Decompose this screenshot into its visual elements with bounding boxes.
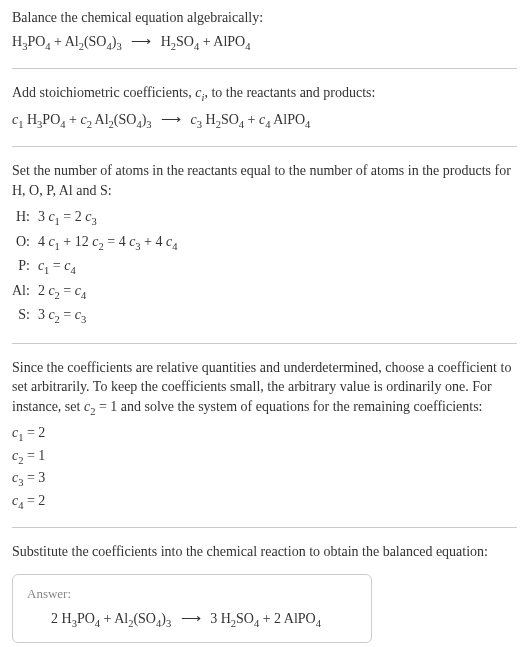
answer-box: Answer: 2 H3PO4 + Al2(SO4)3 ⟶ 3 H2SO4 + … [12, 574, 372, 643]
table-row: Al: 2 c2 = c4 [12, 280, 183, 304]
formula-part: PO [42, 112, 60, 127]
plus: + [199, 34, 213, 49]
formula-part: H [62, 611, 72, 626]
choose-section: Since the coefficients are relative quan… [12, 358, 517, 514]
formula-part: H [23, 112, 37, 127]
formula-part: (SO [133, 611, 156, 626]
subst-text: Substitute the coefficients into the che… [12, 542, 517, 562]
equation-cell: 3 c2 = c3 [38, 304, 184, 328]
num: 3 [210, 611, 221, 626]
plus: + [51, 34, 65, 49]
equation-cell: 4 c1 + 12 c2 = 4 c3 + 4 c4 [38, 231, 184, 255]
divider [12, 527, 517, 528]
text-part: Add stoichiometric coefficients, [12, 85, 195, 100]
formula-part: PO [27, 34, 45, 49]
plus: + [66, 112, 81, 127]
divider [12, 146, 517, 147]
coeff-line: c4 = 2 [12, 491, 517, 513]
formula-sub: 4 [316, 618, 321, 629]
num: 2 [274, 611, 284, 626]
coeff-sub: 4 [172, 241, 177, 252]
formula-part: Al [114, 611, 128, 626]
formula-part: Al [65, 34, 79, 49]
coeff-val: = 2 [23, 493, 45, 508]
op: = [60, 283, 75, 298]
table-row: S: 3 c2 = c3 [12, 304, 183, 328]
table-row: O: 4 c1 + 12 c2 = 4 c3 + 4 c4 [12, 231, 183, 255]
formula-part: Al [92, 112, 109, 127]
answer-equation: 2 H3PO4 + Al2(SO4)3 ⟶ 3 H2SO4 + 2 AlPO4 [27, 609, 357, 631]
stoich-text: Add stoichiometric coefficients, ci, to … [12, 83, 517, 105]
formula-part: (SO [84, 34, 107, 49]
coeff-sub: 3 [81, 314, 86, 325]
num: 3 [38, 307, 49, 322]
table-row: H: 3 c1 = 2 c3 [12, 206, 183, 230]
num: 3 [38, 209, 49, 224]
formula-part: H [161, 34, 171, 49]
element-label: H: [12, 206, 38, 230]
atoms-text: Set the number of atoms in the reactants… [12, 161, 517, 200]
coeff-val: = 1 [23, 448, 45, 463]
coeff-line: c1 = 2 [12, 423, 517, 445]
num: 4 [38, 234, 49, 249]
op: + 12 [60, 234, 92, 249]
coeff-sub: 4 [70, 265, 75, 276]
equation-cell: 3 c1 = 2 c3 [38, 206, 184, 230]
formula-part: H [221, 611, 231, 626]
coeff-sub: 4 [81, 289, 86, 300]
formula-part: H [12, 34, 22, 49]
formula-part: AlPO [284, 611, 316, 626]
intro-text: Balance the chemical equation algebraica… [12, 8, 517, 28]
intro-section: Balance the chemical equation algebraica… [12, 8, 517, 54]
divider [12, 343, 517, 344]
op: = 2 [60, 209, 85, 224]
coeff-line: c3 = 3 [12, 468, 517, 490]
formula-sub: 4 [245, 40, 250, 51]
formula-part: SO [221, 112, 239, 127]
atoms-table: H: 3 c1 = 2 c3 O: 4 c1 + 12 c2 = 4 c3 + … [12, 206, 183, 328]
plus: + [100, 611, 114, 626]
element-label: P: [12, 255, 38, 279]
answer-label: Answer: [27, 585, 357, 603]
stoich-equation: c1 H3PO4 + c2 Al2(SO4)3 ⟶ c3 H2SO4 + c4 … [12, 110, 517, 132]
formula-sub: 4 [305, 118, 310, 129]
divider [12, 68, 517, 69]
formula-sub: 3 [116, 40, 121, 51]
arrow-icon: ⟶ [181, 609, 201, 629]
coeff-sub: 3 [91, 216, 96, 227]
text-part: , to the reactants and products: [204, 85, 375, 100]
num: 2 [51, 611, 62, 626]
formula-part: SO [176, 34, 194, 49]
arrow-icon: ⟶ [131, 32, 151, 52]
coeff-val: = 3 [23, 470, 45, 485]
plus: + [244, 112, 259, 127]
choose-text: Since the coefficients are relative quan… [12, 358, 517, 420]
coeff-block: c1 = 2 c2 = 1 c3 = 3 c4 = 2 [12, 423, 517, 513]
intro-equation: H3PO4 + Al2(SO4)3 ⟶ H2SO4 + AlPO4 [12, 32, 517, 54]
formula-part: (SO [114, 112, 137, 127]
table-row: P: c1 = c4 [12, 255, 183, 279]
element-label: S: [12, 304, 38, 328]
formula-part: AlPO [270, 112, 305, 127]
formula-part: PO [77, 611, 95, 626]
formula-part: H [202, 112, 216, 127]
plus: + [259, 611, 274, 626]
arrow-icon: ⟶ [161, 110, 181, 130]
element-label: Al: [12, 280, 38, 304]
op: = [49, 258, 64, 273]
num: 2 [38, 283, 49, 298]
formula-sub: 3 [166, 618, 171, 629]
coeff-line: c2 = 1 [12, 446, 517, 468]
op: + 4 [141, 234, 166, 249]
op: = 4 [104, 234, 129, 249]
element-label: O: [12, 231, 38, 255]
text-part: = 1 and solve the system of equations fo… [95, 399, 482, 414]
subst-section: Substitute the coefficients into the che… [12, 542, 517, 562]
formula-part: SO [236, 611, 254, 626]
stoich-section: Add stoichiometric coefficients, ci, to … [12, 83, 517, 132]
coeff-val: = 2 [23, 425, 45, 440]
op: = [60, 307, 75, 322]
equation-cell: c1 = c4 [38, 255, 184, 279]
formula-sub: 3 [146, 118, 151, 129]
atoms-section: Set the number of atoms in the reactants… [12, 161, 517, 329]
